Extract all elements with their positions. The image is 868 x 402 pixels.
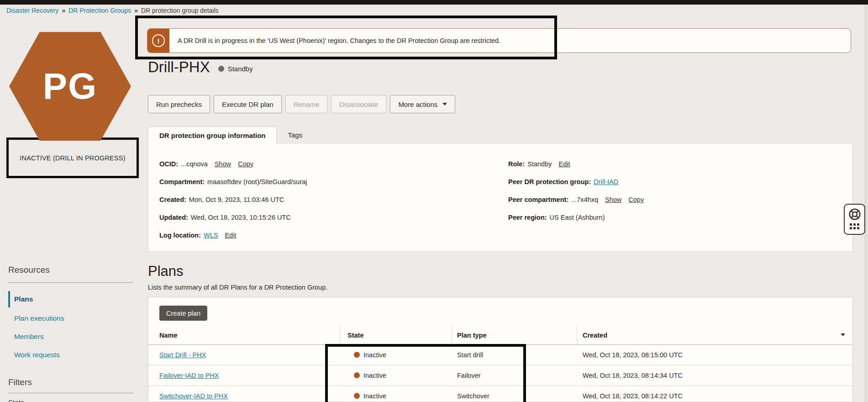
standby-label: Standby	[228, 65, 253, 73]
sidebar-item-work-requests[interactable]: Work requests	[14, 351, 60, 359]
role-status: Standby	[218, 62, 253, 73]
table-header: Name State Plan type Created	[148, 326, 852, 345]
tab-dr-protection-group-information[interactable]: DR protection group information	[148, 127, 277, 144]
help-lifering-icon[interactable]	[848, 207, 862, 221]
more-actions-button[interactable]: More actions	[390, 95, 455, 113]
state-value: Inactive	[363, 372, 386, 379]
state-filter-label: State	[8, 398, 24, 402]
top-black-bar	[0, 0, 868, 5]
column-header-name[interactable]: Name	[159, 326, 178, 344]
filters-heading: Filters	[8, 377, 32, 387]
state-dot-icon	[354, 372, 360, 378]
vertical-scrollbar[interactable]	[865, 5, 868, 402]
details-left-column: OCID:...cqnovaShowCopy Compartment:maaso…	[159, 160, 307, 249]
plan-type-value: Failover	[457, 365, 481, 386]
field-updated: Updated:Wed, Oct 18, 2023, 10:15:26 UTC	[159, 213, 307, 222]
edit-log-location-link[interactable]: Edit	[225, 232, 236, 239]
execute-dr-plan-button[interactable]: Execute DR plan	[214, 95, 282, 113]
title-row: Drill-PHX Standby	[148, 58, 253, 76]
run-prechecks-button[interactable]: Run prechecks	[148, 95, 210, 113]
disassociate-button[interactable]: Disassociate	[331, 95, 386, 113]
field-peer-compartment: Peer compartment:...7x4hxqShowCopy	[508, 196, 644, 204]
field-created: Created:Mon, Oct 9, 2023, 11:03:46 UTC	[159, 196, 307, 204]
table-row: Failover-IAD to PHX Inactive Failover We…	[148, 365, 852, 386]
plans-section-subtitle: Lists the summary of all DR Plans for a …	[148, 284, 327, 291]
create-plan-button[interactable]: Create plan	[159, 306, 207, 321]
page-title: Drill-PHX	[148, 58, 210, 76]
breadcrumb-link-dr-protection-groups[interactable]: DR Protection Groups	[68, 7, 131, 14]
column-divider	[340, 326, 340, 344]
pg-hexagon-icon: PG	[9, 32, 131, 141]
field-peer-dr-protection-group: Peer DR protection group:Drill-IAD	[508, 178, 644, 186]
lifecycle-status-label: INACTIVE (DRILL IN PROGRESS)	[20, 154, 125, 162]
field-compartment: Compartment:maasoftdev (root)/SiteGuard/…	[159, 178, 307, 186]
alert-icon: !	[152, 34, 165, 47]
field-role: Role:StandbyEdit	[508, 160, 644, 168]
edit-role-link[interactable]: Edit	[558, 160, 570, 168]
plans-table-panel: Create plan Name State Plan type Created…	[148, 297, 853, 402]
state-dot-icon	[354, 352, 360, 358]
dr-protection-group-details-page: Disaster Recovery » DR Protection Groups…	[0, 0, 868, 402]
state-dot-icon	[354, 393, 360, 399]
sidebar-item-plans[interactable]: Plans	[8, 291, 33, 307]
column-header-plan-type[interactable]: Plan type	[457, 326, 486, 344]
field-ocid: OCID:...cqnovaShowCopy	[159, 160, 307, 168]
state-value: Inactive	[363, 351, 386, 359]
state-value: Inactive	[363, 392, 386, 400]
created-value: Wed, Oct 18, 2023, 08:14:34 UTC	[583, 365, 683, 386]
created-value: Wed, Oct 18, 2023, 08:15:00 UTC	[583, 344, 683, 365]
resources-heading: Resources	[8, 265, 50, 275]
plan-link[interactable]: Failover-IAD to PHX	[159, 372, 219, 379]
chevron-down-icon	[442, 103, 447, 106]
annotation-box-status: INACTIVE (DRILL IN PROGRESS)	[6, 138, 139, 178]
banner-message: A DR Drill is in progress in the 'US Wes…	[169, 29, 500, 53]
column-header-state[interactable]: State	[347, 326, 363, 344]
wls-link[interactable]: WLS	[204, 232, 218, 239]
rename-button[interactable]: Rename	[285, 95, 328, 113]
column-divider	[452, 326, 452, 344]
plan-type-value: Start drill	[457, 344, 483, 365]
tab-tags[interactable]: Tags	[277, 127, 313, 143]
standby-dot-icon	[218, 66, 224, 72]
copy-link[interactable]: Copy	[628, 196, 644, 203]
sidebar-item-plan-executions[interactable]: Plan executions	[14, 314, 64, 323]
peer-group-link[interactable]: Drill-IAD	[594, 178, 618, 185]
breadcrumb-link-disaster-recovery[interactable]: Disaster Recovery	[6, 7, 58, 14]
breadcrumb-separator: »	[62, 7, 65, 14]
field-peer-region: Peer region:US East (Ashburn)	[508, 213, 644, 222]
avatar-label: PG	[43, 65, 98, 107]
breadcrumb-current: DR protection group details	[141, 7, 219, 14]
sidebar-item-members[interactable]: Members	[14, 333, 44, 341]
details-right-column: Role:StandbyEdit Peer DR protection grou…	[508, 160, 644, 231]
breadcrumb: Disaster Recovery » DR Protection Groups…	[0, 5, 868, 16]
more-actions-label: More actions	[398, 100, 437, 108]
apps-grid-dots-icon[interactable]	[850, 223, 859, 229]
plan-link[interactable]: Start Drill - PHX	[159, 351, 206, 359]
warning-icon-block: !	[147, 29, 169, 53]
column-header-created[interactable]: Created	[583, 326, 607, 344]
dr-drill-warning-banner: ! A DR Drill is in progress in the 'US W…	[147, 28, 851, 53]
tab-bar: DR protection group information Tags	[148, 127, 313, 144]
table-row: Switchover-IAD to PHX Inactive Switchove…	[148, 386, 852, 402]
column-divider	[577, 326, 577, 344]
table-row: Start Drill - PHX Inactive Start drill W…	[148, 344, 852, 365]
divider	[8, 282, 133, 283]
plans-section-title: Plans	[148, 263, 184, 280]
help-widget[interactable]	[844, 204, 865, 235]
created-value: Wed, Oct 18, 2023, 08:14:22 UTC	[583, 386, 683, 402]
plan-link[interactable]: Switchover-IAD to PHX	[159, 392, 228, 400]
action-button-row: Run prechecks Execute DR plan Rename Dis…	[148, 95, 455, 113]
field-log-location: Log location:WLSEdit	[159, 231, 307, 239]
dr-protection-group-information-panel: OCID:...cqnovaShowCopy Compartment:maaso…	[148, 143, 853, 252]
divider	[8, 393, 133, 393]
show-link[interactable]: Show	[215, 160, 231, 168]
breadcrumb-separator: »	[134, 7, 138, 14]
show-link[interactable]: Show	[605, 196, 621, 203]
copy-link[interactable]: Copy	[238, 160, 253, 168]
plan-type-value: Switchover	[457, 386, 489, 402]
sort-caret-icon[interactable]	[841, 333, 845, 336]
